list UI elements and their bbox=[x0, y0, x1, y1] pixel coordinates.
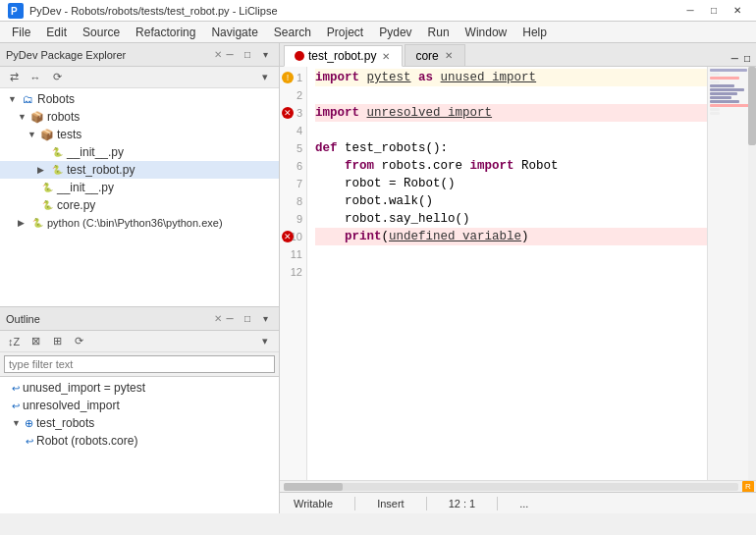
code-line-7: robot = Robot() bbox=[315, 175, 707, 192]
python-file-icon: 🐍 bbox=[39, 197, 55, 213]
pkg-explorer-title: PyDev Package Explorer bbox=[6, 49, 210, 61]
tab-bar: test_robot.py ✕ core ✕ ─ □ bbox=[280, 43, 756, 67]
insert-mode-status: Insert bbox=[371, 498, 410, 509]
menu-item-window[interactable]: Window bbox=[458, 24, 515, 41]
mm-line-7 bbox=[710, 92, 737, 95]
outline-toolbar: ↕Z ⊠ ⊞ ⟳ ▾ bbox=[0, 331, 279, 352]
tree-item-core-py[interactable]: ▶ 🐍 core.py bbox=[0, 196, 279, 214]
h-scrollbar-track bbox=[284, 483, 738, 491]
gutter-3: ✕ 3 bbox=[280, 104, 306, 122]
filter-input[interactable] bbox=[4, 355, 275, 373]
outline-maximize-button[interactable]: □ bbox=[240, 311, 255, 327]
link-editor-button[interactable]: ↔ bbox=[26, 69, 45, 86]
window-title: PyDev - Robots/robots/tests/test_robot.p… bbox=[29, 5, 679, 17]
minimize-button[interactable]: ─ bbox=[679, 3, 701, 19]
pkg-maximize-button[interactable]: □ bbox=[240, 47, 255, 63]
code-line-3: import unresolved_import bbox=[315, 104, 707, 122]
statusbar: Writable Insert 12 : 1 ... bbox=[280, 492, 756, 513]
tab-close-icon[interactable]: ✕ bbox=[380, 51, 392, 62]
editor-max-button[interactable]: □ bbox=[742, 51, 752, 66]
menu-item-run[interactable]: Run bbox=[420, 24, 458, 41]
outline-tree: ↩ unused_import = pytest ↩ unresolved_im… bbox=[0, 377, 279, 513]
item-label: __init__.py bbox=[67, 145, 124, 159]
mm-line-2 bbox=[710, 73, 720, 76]
gutter-4: 4 bbox=[280, 122, 306, 139]
tab-label: test_robot.py bbox=[308, 49, 376, 63]
pkg-minimize-button[interactable]: ─ bbox=[222, 47, 238, 63]
maximize-button[interactable]: □ bbox=[703, 3, 725, 19]
menu-item-help[interactable]: Help bbox=[514, 24, 555, 41]
outline-title: Outline bbox=[6, 313, 210, 325]
code-line-2 bbox=[315, 86, 707, 104]
item-label: robots bbox=[47, 110, 80, 124]
package-tree: ▼ 🗂 Robots ▼ 📦 robots ▼ 📦 tests bbox=[0, 88, 279, 306]
pkg-menu-button[interactable]: ▾ bbox=[255, 69, 275, 86]
expand-button[interactable]: ⊞ bbox=[47, 333, 67, 350]
mm-line-12 bbox=[710, 112, 720, 115]
code-line-5: def test_robots(): bbox=[315, 139, 707, 157]
outline-item-test-robots-fn[interactable]: ▼ ⊕ test_robots bbox=[0, 414, 279, 432]
python-file-icon: 🐍 bbox=[39, 180, 55, 195]
pkg-chevron-button[interactable]: ▾ bbox=[257, 47, 273, 63]
h-scrollbar-thumb[interactable] bbox=[284, 483, 343, 491]
tree-item-test-robot-py[interactable]: ▶ 🐍 test_robot.py bbox=[0, 161, 279, 179]
outline-item-robot-class[interactable]: ↩ Robot (robots.core) bbox=[0, 432, 279, 450]
outline-item-unresolved-import[interactable]: ↩ unresolved_import bbox=[0, 397, 279, 414]
editor-min-button[interactable]: ─ bbox=[729, 51, 740, 66]
sync-button[interactable]: ⟳ bbox=[47, 69, 67, 86]
item-label: Robots bbox=[37, 92, 75, 106]
menu-item-project[interactable]: Project bbox=[319, 24, 371, 41]
code-editor[interactable]: ! 1 2 ✕ 3 4 5 6 7 8 9 ✕ 10 bbox=[280, 67, 707, 480]
outline-close-icon[interactable]: ✕ bbox=[214, 313, 222, 324]
close-button[interactable]: ✕ bbox=[727, 3, 748, 19]
menu-item-pydev[interactable]: Pydev bbox=[371, 24, 419, 41]
class-ref-icon: ↩ bbox=[26, 436, 33, 447]
menu-item-source[interactable]: Source bbox=[75, 24, 128, 41]
outline-minimize-button[interactable]: ─ bbox=[222, 311, 238, 327]
main-layout: PyDev Package Explorer ✕ ─ □ ▾ ⇄ ↔ ⟳ ▾ ▼ bbox=[0, 43, 756, 513]
h-scrollbar[interactable]: R bbox=[280, 480, 756, 492]
mm-line-9 bbox=[710, 100, 739, 103]
tab-core[interactable]: core ✕ bbox=[405, 44, 464, 66]
menu-item-edit[interactable]: Edit bbox=[38, 24, 75, 41]
tree-item-init-py[interactable]: ▶ 🐍 __init__.py bbox=[0, 143, 279, 161]
gutter-2: 2 bbox=[280, 86, 306, 104]
tree-item-init2-py[interactable]: ▶ 🐍 __init__.py bbox=[0, 179, 279, 196]
minimap-scrollbar[interactable] bbox=[748, 67, 756, 480]
pkg-explorer-close-icon[interactable]: ✕ bbox=[214, 49, 222, 60]
sort-button[interactable]: ↕Z bbox=[4, 333, 24, 350]
menu-item-file[interactable]: File bbox=[4, 24, 38, 41]
package-explorer: PyDev Package Explorer ✕ ─ □ ▾ ⇄ ↔ ⟳ ▾ ▼ bbox=[0, 43, 279, 307]
sync-outline-button[interactable]: ⟳ bbox=[69, 333, 88, 350]
rss-icon: R bbox=[742, 481, 754, 493]
code-line-11 bbox=[315, 245, 707, 263]
tree-item-tests-pkg[interactable]: ▼ 📦 tests bbox=[0, 126, 279, 143]
error-indicator bbox=[295, 51, 304, 61]
mm-line-6 bbox=[710, 88, 744, 91]
outline-actions: ─ □ ▾ bbox=[222, 311, 273, 327]
outline-menu-button[interactable]: ▾ bbox=[255, 333, 275, 350]
menu-item-navigate[interactable]: Navigate bbox=[203, 24, 265, 41]
outline-panel: Outline ✕ ─ □ ▾ ↕Z ⊠ ⊞ ⟳ ▾ bbox=[0, 307, 279, 513]
outline-chevron-button[interactable]: ▾ bbox=[257, 311, 273, 327]
outline-filter[interactable] bbox=[0, 352, 279, 377]
tab-close-icon[interactable]: ✕ bbox=[443, 50, 455, 61]
tree-item-robots-pkg[interactable]: ▼ 📦 robots bbox=[0, 108, 279, 126]
minimap-thumb[interactable] bbox=[748, 67, 756, 145]
menu-item-search[interactable]: Search bbox=[266, 24, 319, 41]
pkg-explorer-actions: ─ □ ▾ bbox=[222, 47, 273, 63]
menu-item-refactoring[interactable]: Refactoring bbox=[128, 24, 203, 41]
python-interp-icon: 🐍 bbox=[29, 215, 45, 231]
collapse-all-button[interactable]: ⇄ bbox=[4, 69, 24, 86]
code-content[interactable]: import pytest as unused_import import un… bbox=[307, 67, 707, 480]
code-line-12 bbox=[315, 263, 707, 281]
gutter-6: 6 bbox=[280, 157, 306, 175]
python-file-icon: 🐍 bbox=[49, 144, 65, 160]
code-line-4 bbox=[315, 122, 707, 139]
mm-line-11 bbox=[710, 108, 720, 111]
tab-test-robot[interactable]: test_robot.py ✕ bbox=[284, 45, 403, 67]
tree-item-python-interp[interactable]: ▶ 🐍 python (C:\bin\Python36\python.exe) bbox=[0, 214, 279, 232]
tree-item-robots-root[interactable]: ▼ 🗂 Robots bbox=[0, 90, 279, 108]
outline-item-unused-import[interactable]: ↩ unused_import = pytest bbox=[0, 379, 279, 397]
collapse-button[interactable]: ⊠ bbox=[26, 333, 45, 350]
